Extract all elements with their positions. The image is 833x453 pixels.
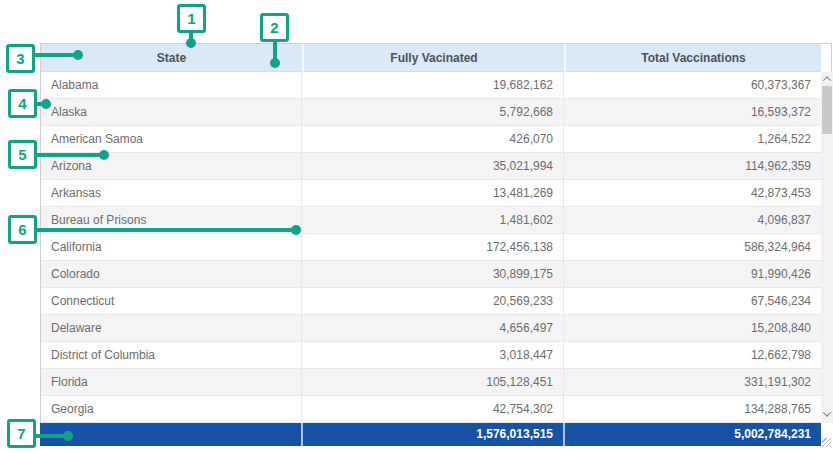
annotation-callout-6: 6 (8, 215, 37, 244)
annotation-dot-1 (186, 38, 196, 48)
cell-state: Florida (41, 369, 302, 395)
annotation-callout-3: 3 (6, 44, 35, 73)
column-header-fully-vacinated[interactable]: Fully Vacinated (302, 44, 564, 72)
attribute-table: State Fully Vacinated Total Vaccinations… (40, 43, 832, 423)
table-row[interactable]: Delaware4,656,49715,208,840 (41, 315, 821, 342)
table-row[interactable]: Connecticut20,569,23367,546,234 (41, 288, 821, 315)
scrollbar-thumb[interactable] (822, 86, 832, 134)
cell-state: Alabama (41, 72, 302, 98)
column-header-total-vaccinations[interactable]: Total Vaccinations (564, 44, 821, 72)
table-row[interactable]: Colorado30,899,17591,990,426 (41, 261, 821, 288)
cell-fully-vacinated: 35,021,994 (302, 153, 564, 179)
table-row[interactable]: American Samoa426,0701,264,522 (41, 126, 821, 153)
annotation-dot-4 (41, 99, 51, 109)
cell-state: Alaska (41, 99, 302, 125)
annotation-dot-5 (99, 150, 109, 160)
table-body: Alabama19,682,16260,373,367Alaska5,792,6… (41, 72, 821, 423)
cell-state: Connecticut (41, 288, 302, 314)
annotation-callout-4: 4 (8, 89, 37, 118)
table-row[interactable]: Florida105,128,451331,191,302 (41, 369, 821, 396)
annotation-dot-7 (63, 431, 73, 441)
cell-fully-vacinated: 3,018,447 (302, 342, 564, 368)
chevron-down-icon (823, 408, 831, 416)
cell-fully-vacinated: 5,792,668 (302, 99, 564, 125)
cell-total-vaccinations: 67,546,234 (564, 288, 821, 314)
annotation-callout-2: 2 (260, 13, 289, 42)
cell-state: District of Columbia (41, 342, 302, 368)
cell-fully-vacinated: 172,456,138 (302, 234, 564, 260)
cell-fully-vacinated: 13,481,269 (302, 180, 564, 206)
cell-fully-vacinated: 105,128,451 (302, 369, 564, 395)
cell-total-vaccinations: 331,191,302 (564, 369, 821, 395)
cell-total-vaccinations: 4,096,837 (564, 207, 821, 233)
totals-row: 1,576,013,515 5,002,784,231 (40, 423, 821, 446)
cell-fully-vacinated: 1,481,602 (302, 207, 564, 233)
cell-state: Colorado (41, 261, 302, 287)
cell-fully-vacinated: 426,070 (302, 126, 564, 152)
cell-state: Georgia (41, 396, 302, 422)
cell-state: American Samoa (41, 126, 302, 152)
cell-total-vaccinations: 15,208,840 (564, 315, 821, 341)
cell-total-vaccinations: 114,962,359 (564, 153, 821, 179)
table-row[interactable]: Arkansas13,481,26942,873,453 (41, 180, 821, 207)
totals-fully-vacinated: 1,576,013,515 (301, 423, 563, 446)
table-row[interactable]: California172,456,138586,324,964 (41, 234, 821, 261)
annotation-connector-5 (35, 153, 104, 157)
cell-total-vaccinations: 586,324,964 (564, 234, 821, 260)
annotation-callout-7: 7 (7, 419, 36, 448)
totals-total-vaccinations: 5,002,784,231 (563, 423, 821, 446)
screenshot-canvas: State Fully Vacinated Total Vaccinations… (0, 0, 833, 453)
cell-total-vaccinations: 91,990,426 (564, 261, 821, 287)
chevron-up-icon (823, 76, 831, 84)
cell-state: Arkansas (41, 180, 302, 206)
cell-fully-vacinated: 42,754,302 (302, 396, 564, 422)
cell-total-vaccinations: 42,873,453 (564, 180, 821, 206)
vertical-scrollbar[interactable] (821, 72, 833, 423)
cell-fully-vacinated: 4,656,497 (302, 315, 564, 341)
table-row[interactable]: Georgia42,754,302134,288,765 (41, 396, 821, 423)
table-header-row: State Fully Vacinated Total Vaccinations (41, 44, 821, 72)
annotation-callout-5: 5 (8, 140, 37, 169)
table-row[interactable]: Arizona35,021,994114,962,359 (41, 153, 821, 180)
annotation-callout-1: 1 (177, 4, 206, 33)
annotation-connector-6 (35, 228, 296, 232)
cell-total-vaccinations: 1,264,522 (564, 126, 821, 152)
cell-total-vaccinations: 16,593,372 (564, 99, 821, 125)
totals-state-cell (40, 423, 301, 446)
table-row[interactable]: Alabama19,682,16260,373,367 (41, 72, 821, 99)
table-row[interactable]: District of Columbia3,018,44712,662,798 (41, 342, 821, 369)
annotation-dot-6 (291, 225, 301, 235)
cell-fully-vacinated: 19,682,162 (302, 72, 564, 98)
annotation-connector-3 (33, 53, 78, 57)
annotation-dot-3 (73, 50, 83, 60)
annotation-dot-2 (270, 58, 280, 68)
cell-fully-vacinated: 30,899,175 (302, 261, 564, 287)
cell-total-vaccinations: 12,662,798 (564, 342, 821, 368)
cell-total-vaccinations: 60,373,367 (564, 72, 821, 98)
scroll-up-button[interactable] (821, 72, 833, 86)
cell-fully-vacinated: 20,569,233 (302, 288, 564, 314)
scroll-down-button[interactable] (821, 407, 833, 421)
cell-total-vaccinations: 134,288,765 (564, 396, 821, 422)
cell-state: California (41, 234, 302, 260)
cell-state: Delaware (41, 315, 302, 341)
table-row[interactable]: Alaska5,792,66816,593,372 (41, 99, 821, 126)
resize-grip-icon[interactable] (822, 438, 831, 447)
